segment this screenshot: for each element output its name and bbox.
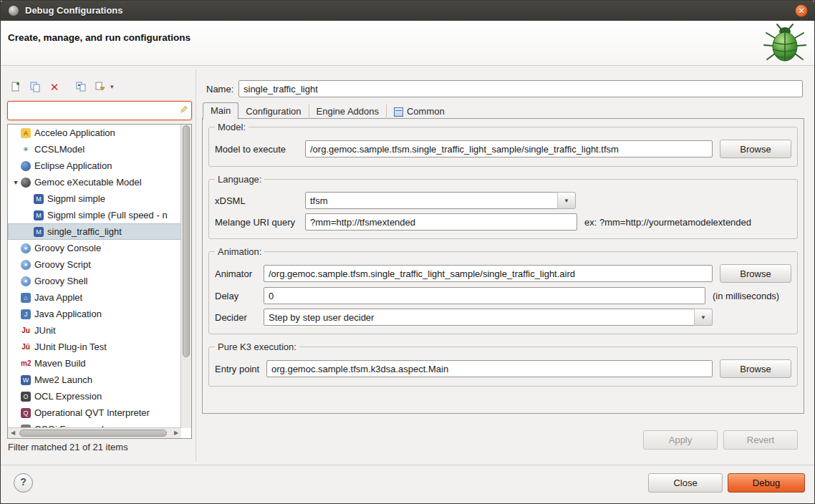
tab-engine-addons[interactable]: Engine Addons	[309, 105, 387, 119]
vscroll-thumb[interactable]	[183, 125, 190, 357]
model-group-legend: Model:	[215, 122, 249, 132]
hscroll-left-arrow-icon[interactable]: ◀	[8, 428, 18, 437]
tree-item-operational-qvt-interpreter[interactable]: QOperational QVT Interpreter	[8, 404, 181, 421]
dialog-header: Create, manage, and run configurations	[1, 21, 814, 66]
tree-item-maven-build[interactable]: m2Maven Build	[8, 355, 181, 372]
tree-item-groovy-console[interactable]: ✶Groovy Console	[8, 240, 181, 256]
tree-item-ccslmodel[interactable]: ✳CCSLModel	[8, 141, 181, 158]
filter-configs-icon[interactable]	[94, 80, 107, 93]
tree-item-gemoc-executable-model[interactable]: ▾Gemoc eXecutable Model	[8, 174, 181, 190]
window-close-icon[interactable]: ✕	[795, 4, 808, 17]
xdsml-combo-arrow-icon[interactable]: ▼	[557, 192, 576, 209]
config-tree-frame: AAcceleo Application✳CCSLModelEclipse Ap…	[7, 124, 192, 439]
junit-icon: Ju	[21, 326, 31, 336]
model-icon: M	[34, 227, 44, 237]
mwe2-icon: W	[21, 375, 31, 385]
animator-browse-button[interactable]: Browse	[720, 264, 791, 283]
entry-point-browse-button[interactable]: Browse	[720, 359, 791, 378]
tree-item-junit[interactable]: JuJUnit	[8, 322, 181, 339]
model-to-execute-input[interactable]	[305, 140, 713, 158]
filter-menu-arrow-icon[interactable]: ▾	[110, 83, 114, 90]
tab-common[interactable]: Common	[387, 105, 452, 119]
main-tab-panel: Model: Model to execute Browse Language:…	[202, 118, 804, 414]
java-applet-icon: ⌂	[21, 293, 31, 303]
tree-item-acceleo-application[interactable]: AAcceleo Application	[8, 125, 181, 141]
tree-item-label: Sigpml simple	[47, 193, 105, 204]
gemoc-icon	[21, 178, 31, 188]
tree-item-label: Operational QVT Interpreter	[34, 407, 150, 418]
hscroll-right-arrow-icon[interactable]: ▶	[171, 428, 181, 437]
animation-group: Animation: Animator Browse Delay (in mil…	[208, 246, 798, 334]
debug-configurations-dialog: Debug Configurations ✕ Create, manage, a…	[0, 0, 815, 504]
apply-button[interactable]: Apply	[643, 430, 718, 450]
xdsml-combo-input[interactable]	[305, 192, 559, 209]
close-button[interactable]: Close	[648, 473, 723, 493]
tree-item-ocl-expression[interactable]: OOCL Expression	[8, 388, 181, 404]
tree-item-label: Sigpml simple (Full speed - n	[47, 210, 168, 220]
ccsl-icon: ✳	[21, 145, 31, 155]
qvt-icon: Q	[21, 408, 31, 418]
tree-item-sigpml-simple[interactable]: MSigpml simple	[8, 190, 181, 207]
junit-plugin-icon: Jü	[21, 342, 31, 352]
tree-item-label: Maven Build	[34, 358, 86, 369]
name-input[interactable]	[238, 80, 803, 97]
entry-point-label: Entry point	[215, 364, 266, 374]
filter-status: Filter matched 21 of 21 items	[8, 442, 128, 452]
panel-sash[interactable]	[196, 69, 196, 462]
tree-item-eclipse-application[interactable]: Eclipse Application	[8, 158, 181, 174]
tree-item-label: OCL Expression	[34, 391, 102, 402]
decider-combo-input[interactable]	[264, 309, 695, 326]
language-group: Language: xDSML ▼ Melange URI query ex: …	[208, 174, 798, 239]
help-button[interactable]: ?	[14, 473, 33, 493]
tree-item-label: Acceleo Application	[34, 127, 115, 138]
tree-item-java-applet[interactable]: ⌂Java Applet	[8, 289, 181, 306]
expand-arrow-icon[interactable]: ▾	[11, 178, 21, 186]
entry-point-input[interactable]	[266, 360, 713, 377]
maven-icon: m2	[21, 359, 31, 369]
tree-item-label: Java Applet	[34, 292, 82, 303]
new-launch-config-icon[interactable]	[9, 80, 22, 93]
melange-uri-input[interactable]	[305, 213, 577, 231]
dialog-header-title: Create, manage, and run configurations	[8, 32, 191, 43]
model-icon: M	[34, 194, 44, 204]
tab-bar: MainConfigurationEngine AddonsCommon	[203, 102, 452, 119]
tab-label: Common	[407, 105, 445, 119]
tree-item-groovy-shell[interactable]: ✶Groovy Shell	[8, 273, 181, 289]
model-browse-button[interactable]: Browse	[720, 140, 791, 158]
delay-input[interactable]	[264, 287, 705, 304]
tree-item-label: CCSLModel	[34, 144, 85, 155]
title-bar: Debug Configurations ✕	[1, 1, 814, 21]
tab-label: Configuration	[246, 105, 301, 119]
pure-k3-group: Pure K3 execution: Entry point Browse	[208, 341, 798, 387]
tree-item-junit-plug-in-test[interactable]: JüJUnit Plug-in Test	[8, 339, 181, 355]
window-icon	[9, 6, 19, 16]
eclipse-icon	[21, 161, 31, 171]
filter-field: ✎	[7, 101, 192, 120]
groovy-icon: ✶	[21, 276, 31, 286]
footer-separator	[1, 465, 814, 465]
tree-horizontal-scrollbar[interactable]: ◀ ▶	[8, 427, 181, 438]
tree-item-mwe2-launch[interactable]: WMwe2 Launch	[8, 372, 181, 388]
config-tree: AAcceleo Application✳CCSLModelEclipse Ap…	[8, 125, 181, 428]
delay-label: Delay	[215, 291, 264, 301]
revert-button[interactable]: Revert	[723, 430, 798, 450]
tree-item-groovy-script[interactable]: ✶Groovy Script	[8, 256, 181, 273]
tree-item-single-traffic-light[interactable]: Msingle_traffic_light	[8, 223, 181, 240]
animator-label: Animator	[215, 268, 264, 279]
filter-clear-icon[interactable]: ✎	[178, 105, 189, 114]
tree-item-sigpml-simple-full-speed-n[interactable]: MSigpml simple (Full speed - n	[8, 207, 181, 223]
animator-input[interactable]	[264, 265, 713, 282]
collapse-all-icon[interactable]	[74, 80, 87, 93]
tree-item-label: single_traffic_light	[47, 226, 122, 237]
hscroll-thumb[interactable]	[19, 430, 167, 437]
tree-item-java-application[interactable]: JJava Application	[8, 306, 181, 322]
tree-vertical-scrollbar[interactable]	[180, 125, 191, 428]
tab-configuration[interactable]: Configuration	[238, 105, 309, 119]
tree-item-label: Groovy Console	[34, 243, 101, 253]
delete-config-icon[interactable]: ✕	[48, 80, 61, 93]
duplicate-config-icon[interactable]	[29, 80, 42, 93]
tab-main[interactable]: Main	[203, 102, 238, 120]
decider-combo-arrow-icon[interactable]: ▼	[694, 309, 713, 326]
filter-input[interactable]	[11, 103, 171, 118]
debug-button[interactable]: Debug	[728, 473, 805, 493]
